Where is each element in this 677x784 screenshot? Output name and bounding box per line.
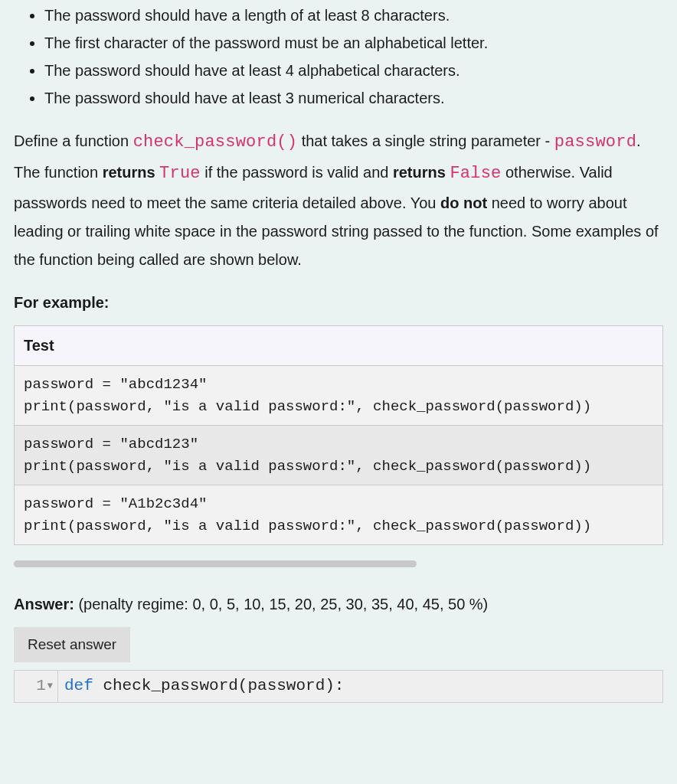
rule-item: The password should have at least 4 alph… [44, 58, 663, 83]
rule-item: The first character of the password must… [44, 31, 663, 55]
test-header: Test [15, 326, 663, 366]
bold-returns-2: returns [393, 164, 446, 181]
instructions-paragraph: Define a function check_password() that … [14, 127, 663, 274]
table-row: password = "abcd1234" print(password, "i… [15, 366, 663, 426]
test-cell: password = "abcd123" print(password, "is… [15, 426, 663, 485]
question-body: The password should have a length of at … [0, 3, 677, 710]
line-number: 1 [32, 674, 46, 699]
answer-line: Answer: (penalty regime: 0, 0, 5, 10, 15… [14, 593, 663, 616]
code-false: False [450, 164, 501, 183]
answer-label: Answer: [14, 596, 74, 612]
horizontal-scrollbar[interactable] [14, 559, 663, 568]
table-row: password = "A1b2c3d4" print(password, "i… [15, 485, 663, 545]
text: if the password is valid and [201, 164, 393, 181]
table-row: password = "abcd123" print(password, "is… [15, 426, 663, 485]
text: that takes a single string parameter - [297, 132, 554, 149]
rules-list: The password should have a length of at … [14, 3, 663, 110]
bold-do-not: do not [440, 194, 487, 211]
test-cell: password = "abcd1234" print(password, "i… [15, 366, 663, 426]
code-text: check_password(password): [93, 677, 345, 694]
code-check-password: check_password() [133, 132, 297, 152]
reset-answer-button[interactable]: Reset answer [14, 627, 130, 662]
fold-icon[interactable]: ▼ [47, 679, 53, 694]
penalty-regime: (penalty regime: 0, 0, 5, 10, 15, 20, 25… [74, 596, 488, 612]
for-example-label: For example: [14, 291, 663, 315]
code-password-param: password [554, 132, 636, 152]
test-cell: password = "A1b2c3d4" print(password, "i… [15, 485, 663, 545]
keyword-def: def [64, 677, 93, 694]
scrollbar-thumb[interactable] [14, 560, 417, 567]
rule-item: The password should have at least 3 nume… [44, 86, 663, 110]
bold-returns-1: returns [103, 164, 155, 181]
code-editor[interactable]: 1▼ def check_password(password): [14, 670, 663, 703]
text: Define a function [14, 132, 133, 149]
test-table: Test password = "abcd1234" print(passwor… [14, 325, 663, 545]
gutter: 1▼ [15, 671, 58, 702]
code-true: True [159, 164, 201, 183]
rule-item: The password should have a length of at … [44, 3, 663, 28]
code-input[interactable]: def check_password(password): [58, 671, 662, 702]
test-table-wrap: Test password = "abcd1234" print(passwor… [14, 325, 663, 568]
